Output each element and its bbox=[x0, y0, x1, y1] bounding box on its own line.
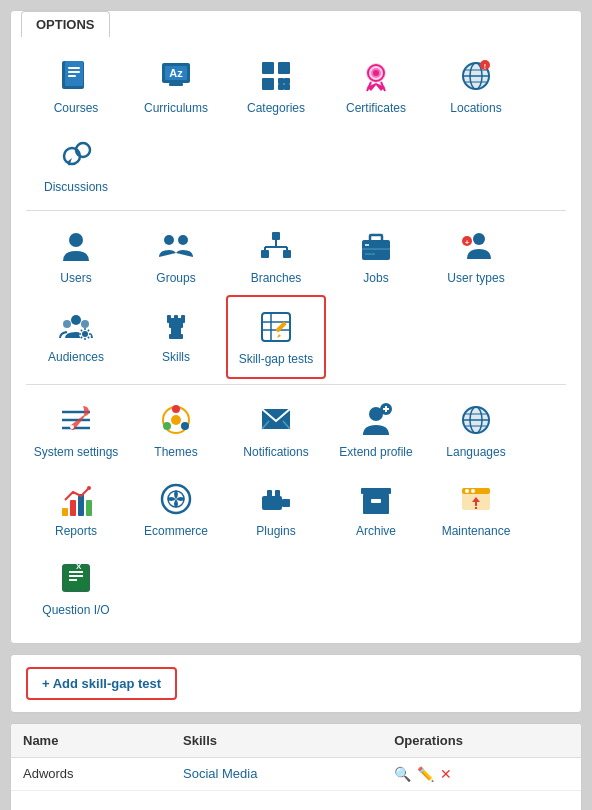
row-name: Adwords bbox=[11, 757, 171, 790]
sidebar-item-skill-gap-tests[interactable]: Skill-gap tests bbox=[226, 295, 326, 378]
svg-rect-2 bbox=[68, 67, 80, 69]
user-types-icon: + bbox=[456, 226, 496, 266]
svg-text:X: X bbox=[76, 562, 82, 571]
svg-rect-45 bbox=[370, 235, 382, 242]
sidebar-item-certificates[interactable]: Certificates bbox=[326, 46, 426, 125]
reports-label: Reports bbox=[55, 524, 97, 538]
users-section: Users Groups bbox=[26, 216, 566, 379]
svg-rect-12 bbox=[278, 78, 284, 84]
book-icon bbox=[56, 56, 96, 96]
divider-1 bbox=[26, 210, 566, 211]
search-op-icon[interactable]: 🔍 bbox=[394, 766, 411, 782]
notifications-label: Notifications bbox=[243, 445, 308, 459]
system-settings-label: System settings bbox=[34, 445, 119, 459]
ecommerce-icon bbox=[156, 479, 196, 519]
audiences-icon bbox=[56, 305, 96, 345]
action-panel: + Add skill-gap test bbox=[10, 654, 582, 713]
svg-rect-4 bbox=[68, 75, 76, 77]
sidebar-item-maintenance[interactable]: Maintenance bbox=[426, 469, 526, 548]
sidebar-item-groups[interactable]: Groups bbox=[126, 216, 226, 295]
col-name: Name bbox=[11, 724, 171, 758]
edit-op-icon[interactable]: ✏️ bbox=[417, 766, 434, 782]
sidebar-item-system-settings[interactable]: System settings bbox=[26, 390, 126, 469]
jobs-label: Jobs bbox=[363, 271, 388, 285]
svg-rect-64 bbox=[262, 313, 290, 341]
sidebar-item-branches[interactable]: Branches bbox=[226, 216, 326, 295]
svg-rect-3 bbox=[68, 71, 80, 73]
svg-text:!: ! bbox=[484, 63, 486, 70]
svg-point-36 bbox=[178, 235, 188, 245]
sidebar-item-curriculums[interactable]: Az Curriculums bbox=[126, 46, 226, 125]
sidebar-item-discussions[interactable]: Discussions bbox=[26, 125, 126, 204]
sidebar-item-notifications[interactable]: Notifications bbox=[226, 390, 326, 469]
system-section: System settings Themes bbox=[26, 390, 566, 628]
sidebar-item-users[interactable]: Users bbox=[26, 216, 126, 295]
table-row: Adwords Social Media 🔍 ✏️ ✕ bbox=[11, 757, 581, 790]
user-types-label: User types bbox=[447, 271, 504, 285]
svg-rect-102 bbox=[275, 490, 280, 498]
svg-rect-93 bbox=[70, 500, 76, 516]
groups-icon bbox=[156, 226, 196, 266]
sidebar-item-plugins[interactable]: Plugins bbox=[226, 469, 326, 548]
themes-icon bbox=[156, 400, 196, 440]
svg-rect-104 bbox=[363, 494, 389, 514]
svg-rect-15 bbox=[284, 84, 290, 90]
branches-icon bbox=[256, 226, 296, 266]
sidebar-item-archive[interactable]: Archive bbox=[326, 469, 426, 548]
sidebar-item-themes[interactable]: Themes bbox=[126, 390, 226, 469]
svg-rect-9 bbox=[262, 62, 274, 74]
sidebar-item-ecommerce[interactable]: Ecommerce bbox=[126, 469, 226, 548]
extend-profile-icon bbox=[356, 400, 396, 440]
sidebar-item-skills[interactable]: Skills bbox=[126, 295, 226, 378]
archive-label: Archive bbox=[356, 524, 396, 538]
categories-label: Categories bbox=[247, 101, 305, 115]
branches-label: Branches bbox=[251, 271, 302, 285]
options-panel: OPTIONS Courses bbox=[10, 10, 582, 644]
table-header-row: Name Skills Operations bbox=[11, 724, 581, 758]
sidebar-item-audiences[interactable]: Audiences bbox=[26, 295, 126, 378]
languages-icon bbox=[456, 400, 496, 440]
skill-gap-tests-label: Skill-gap tests bbox=[239, 352, 314, 366]
main-container: OPTIONS Courses bbox=[0, 0, 592, 810]
sidebar-item-extend-profile[interactable]: Extend profile bbox=[326, 390, 426, 469]
sidebar-item-reports[interactable]: Reports bbox=[26, 469, 126, 548]
row-skills: Social Media bbox=[171, 757, 382, 790]
reports-icon bbox=[56, 479, 96, 519]
discussions-icon bbox=[56, 135, 96, 175]
svg-point-96 bbox=[87, 486, 91, 490]
sidebar-item-courses[interactable]: Courses bbox=[26, 46, 126, 125]
table-row-empty bbox=[11, 790, 581, 810]
sidebar-item-jobs[interactable]: Jobs bbox=[326, 216, 426, 295]
sidebar-item-categories[interactable]: Categories bbox=[226, 46, 326, 125]
svg-rect-14 bbox=[278, 84, 284, 90]
svg-rect-101 bbox=[267, 490, 272, 498]
svg-point-35 bbox=[164, 235, 174, 245]
add-skill-gap-test-button[interactable]: + Add skill-gap test bbox=[26, 667, 177, 700]
divider-2 bbox=[26, 384, 566, 385]
delete-op-icon[interactable]: ✕ bbox=[440, 766, 452, 782]
themes-label: Themes bbox=[154, 445, 197, 459]
options-content: Courses Az Curriculums bbox=[11, 36, 581, 643]
curriculum-icon: Az bbox=[156, 56, 196, 96]
svg-rect-100 bbox=[282, 499, 290, 507]
svg-rect-94 bbox=[78, 494, 84, 516]
svg-rect-110 bbox=[475, 502, 477, 506]
sidebar-item-locations[interactable]: ! Locations bbox=[426, 46, 526, 125]
locations-label: Locations bbox=[450, 101, 501, 115]
plugins-label: Plugins bbox=[256, 524, 295, 538]
sidebar-item-languages[interactable]: Languages bbox=[426, 390, 526, 469]
question-io-icon: X bbox=[56, 558, 96, 598]
row-operations: 🔍 ✏️ ✕ bbox=[382, 757, 581, 790]
sidebar-item-question-io[interactable]: X Question I/O bbox=[26, 548, 126, 627]
audiences-label: Audiences bbox=[48, 350, 104, 364]
skills-label: Skills bbox=[162, 350, 190, 364]
curriculums-label: Curriculums bbox=[144, 101, 208, 115]
svg-marker-69 bbox=[277, 334, 281, 338]
options-tab: OPTIONS bbox=[21, 11, 110, 37]
users-icon bbox=[56, 226, 96, 266]
sidebar-item-user-types[interactable]: + User types bbox=[426, 216, 526, 295]
svg-point-53 bbox=[63, 320, 71, 328]
maintenance-label: Maintenance bbox=[442, 524, 511, 538]
svg-point-73 bbox=[70, 425, 74, 429]
svg-point-109 bbox=[471, 489, 475, 493]
